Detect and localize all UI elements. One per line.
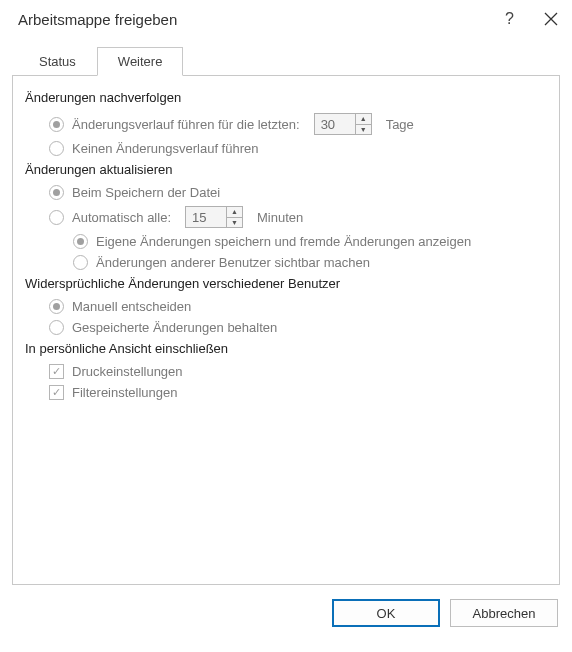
radio-icon [49, 117, 64, 132]
option-no-history[interactable]: Keinen Änderungsverlauf führen [49, 141, 547, 156]
option-filter-settings[interactable]: Filtereinstellungen [49, 385, 547, 400]
radio-icon [49, 299, 64, 314]
checkbox-icon [49, 385, 64, 400]
titlebar-controls: ? [505, 10, 558, 28]
help-icon[interactable]: ? [505, 10, 514, 28]
chevron-up-icon[interactable]: ▲ [356, 114, 371, 125]
group-conflicts: Widersprüchliche Änderungen verschiedene… [25, 276, 547, 291]
spinner-buttons[interactable]: ▲ ▼ [355, 114, 371, 134]
option-auto-show-others[interactable]: Änderungen anderer Benutzer sichtbar mac… [73, 255, 547, 270]
option-print-settings[interactable]: Druckeinstellungen [49, 364, 547, 379]
option-keep-history[interactable]: Änderungsverlauf führen für die letzten:… [49, 113, 547, 135]
option-label: Änderungsverlauf führen für die letzten: [72, 117, 300, 132]
dialog-title: Arbeitsmappe freigeben [18, 11, 505, 28]
option-auto-show-own[interactable]: Eigene Änderungen speichern und fremde Ä… [73, 234, 547, 249]
unit-label: Minuten [257, 210, 303, 225]
checkbox-icon [49, 364, 64, 379]
spinner-buttons[interactable]: ▲ ▼ [226, 207, 242, 227]
radio-icon [49, 320, 64, 335]
days-spinner[interactable]: ▲ ▼ [314, 113, 372, 135]
ok-button[interactable]: OK [332, 599, 440, 627]
option-label: Manuell entscheiden [72, 299, 191, 314]
minutes-spinner[interactable]: ▲ ▼ [185, 206, 243, 228]
radio-icon [49, 210, 64, 225]
chevron-down-icon[interactable]: ▼ [356, 125, 371, 135]
option-label: Druckeinstellungen [72, 364, 183, 379]
option-label: Keinen Änderungsverlauf führen [72, 141, 258, 156]
titlebar: Arbeitsmappe freigeben ? [0, 0, 572, 38]
option-label: Beim Speichern der Datei [72, 185, 220, 200]
days-input[interactable] [315, 114, 355, 134]
radio-icon [73, 234, 88, 249]
dialog-buttons: OK Abbrechen [0, 585, 572, 627]
option-label: Gespeicherte Änderungen behalten [72, 320, 277, 335]
minutes-input[interactable] [186, 207, 226, 227]
unit-label: Tage [386, 117, 414, 132]
tab-weitere[interactable]: Weitere [97, 47, 184, 76]
tab-panel-weitere: Änderungen nachverfolgen Änderungsverlau… [12, 75, 560, 585]
radio-icon [49, 141, 64, 156]
radio-icon [49, 185, 64, 200]
option-conflict-manual[interactable]: Manuell entscheiden [49, 299, 547, 314]
group-personal-view: In persönliche Ansicht einschließen [25, 341, 547, 356]
option-on-save[interactable]: Beim Speichern der Datei [49, 185, 547, 200]
close-icon[interactable] [544, 12, 558, 26]
option-label: Automatisch alle: [72, 210, 171, 225]
group-track-changes: Änderungen nachverfolgen [25, 90, 547, 105]
option-label: Änderungen anderer Benutzer sichtbar mac… [96, 255, 370, 270]
option-label: Filtereinstellungen [72, 385, 178, 400]
option-conflict-keep-saved[interactable]: Gespeicherte Änderungen behalten [49, 320, 547, 335]
option-auto-every[interactable]: Automatisch alle: ▲ ▼ Minuten [49, 206, 547, 228]
group-update-changes: Änderungen aktualisieren [25, 162, 547, 177]
cancel-button[interactable]: Abbrechen [450, 599, 558, 627]
tab-bar: Status Weitere [0, 38, 572, 75]
option-label: Eigene Änderungen speichern und fremde Ä… [96, 234, 471, 249]
chevron-down-icon[interactable]: ▼ [227, 218, 242, 228]
chevron-up-icon[interactable]: ▲ [227, 207, 242, 218]
radio-icon [73, 255, 88, 270]
tab-status[interactable]: Status [18, 47, 97, 76]
